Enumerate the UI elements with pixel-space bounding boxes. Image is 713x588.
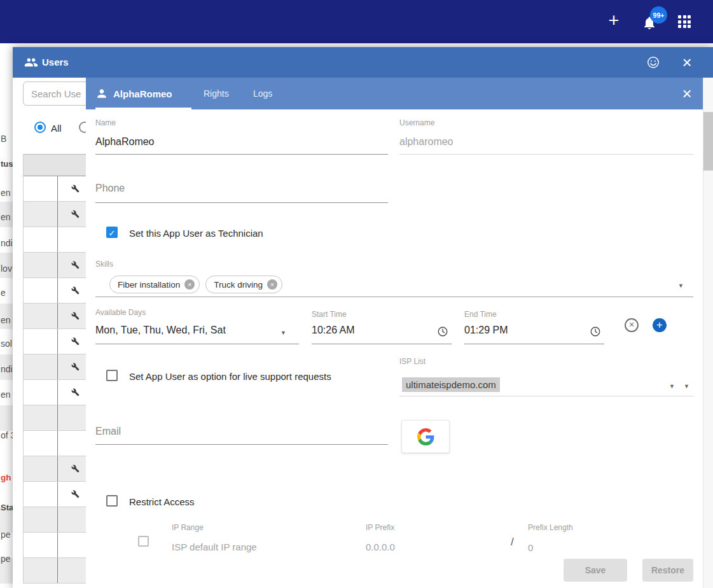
available-days-caret-icon[interactable]: ▼: [280, 330, 286, 336]
prefix-length-value: 0: [528, 542, 533, 553]
detail-close-icon[interactable]: ×: [679, 86, 695, 101]
add-icon[interactable]: +: [604, 11, 623, 30]
end-time-label: End Time: [464, 310, 497, 319]
users-table-row[interactable]: [24, 507, 93, 533]
ip-prefix-label: IP Prefix: [366, 523, 394, 532]
filter-all-radio[interactable]: [34, 122, 46, 133]
users-table-cell: [24, 507, 57, 532]
ip-range-checkbox[interactable]: [138, 536, 149, 547]
wrench-icon[interactable]: [71, 465, 80, 473]
users-table-row[interactable]: [24, 202, 93, 227]
person-icon: [95, 87, 108, 100]
wrench-icon[interactable]: [71, 261, 80, 269]
restrict-access-checkbox-label[interactable]: Restrict Access: [129, 496, 195, 507]
remove-availability-row-icon[interactable]: ×: [625, 318, 639, 332]
username-label: Username: [399, 118, 434, 127]
add-availability-row-icon[interactable]: +: [653, 318, 667, 332]
available-days-label: Available Days: [95, 308, 146, 317]
users-table-cell: [24, 329, 57, 354]
isp-list-select[interactable]: ultimateispdemo.com: [402, 377, 500, 392]
google-signin-button[interactable]: [401, 420, 450, 453]
wrench-icon[interactable]: [71, 490, 80, 498]
chip-remove-icon[interactable]: ×: [267, 279, 277, 290]
users-table-cell: [24, 354, 57, 379]
skill-chip[interactable]: Truck driving×: [205, 276, 282, 293]
app-screen: + 99+ Btusenenndiloveensolndienof 3ghSta…: [0, 0, 713, 588]
users-table-cell: [24, 431, 57, 456]
users-table-header: [24, 154, 93, 176]
skill-chip[interactable]: Fiber installation×: [109, 276, 200, 293]
wrench-icon[interactable]: [71, 312, 80, 320]
isp-list-caret-icon[interactable]: ▼: [669, 383, 675, 389]
users-modal-close-icon[interactable]: ×: [679, 55, 695, 70]
wrench-icon[interactable]: [71, 363, 80, 371]
users-table-row[interactable]: [24, 278, 93, 304]
email-input-underline[interactable]: [95, 444, 388, 445]
technician-checkbox[interactable]: ✓: [106, 227, 118, 238]
users-table-row[interactable]: [24, 533, 93, 558]
tab-alpharomeo[interactable]: AlphaRomeo: [95, 78, 172, 109]
background-text-fragment: en: [1, 188, 11, 198]
available-days-select[interactable]: Mon, Tue, Thu, Wed, Fri, Sat: [95, 325, 226, 336]
users-table-row[interactable]: [24, 558, 93, 584]
wrench-icon[interactable]: [71, 286, 80, 295]
users-table-row[interactable]: [24, 227, 93, 253]
background-text-fragment: e: [1, 288, 6, 298]
background-text-fragment: en: [1, 212, 11, 222]
save-button[interactable]: Save: [564, 559, 627, 582]
skills-underline: [95, 297, 693, 297]
users-table-row[interactable]: [24, 405, 93, 431]
background-text-fragment: pe: [1, 554, 11, 564]
live-support-checkbox-label[interactable]: Set App User as option for live support …: [129, 371, 331, 382]
start-time-input[interactable]: 10:26 AM: [312, 325, 355, 336]
wrench-icon[interactable]: [71, 185, 80, 193]
users-table-row[interactable]: [24, 304, 93, 329]
scrollbar-thumb[interactable]: [703, 112, 713, 171]
user-detail-panel: AlphaRomeo Rights Logs × Name AlphaRomeo…: [86, 78, 713, 588]
live-support-checkbox[interactable]: [106, 370, 118, 381]
wrench-icon[interactable]: [71, 337, 80, 346]
skills-caret-icon[interactable]: ▼: [678, 283, 684, 289]
restrict-access-checkbox[interactable]: [106, 495, 118, 507]
prefix-length-label: Prefix Length: [528, 523, 573, 532]
users-table-row[interactable]: [24, 431, 93, 456]
tab-rights-label: Rights: [204, 88, 229, 99]
chip-remove-icon[interactable]: ×: [184, 279, 195, 290]
background-text-fragment: lov: [1, 263, 12, 274]
technician-checkbox-label[interactable]: Set this App User as Technician: [129, 228, 263, 239]
tab-logs[interactable]: Logs: [253, 78, 272, 109]
ip-range-value: ISP default IP range: [172, 542, 257, 552]
start-time-underline: [312, 344, 452, 344]
users-table-row[interactable]: [24, 380, 93, 405]
end-time-clock-icon[interactable]: [590, 326, 601, 337]
tab-rights[interactable]: Rights: [204, 78, 229, 109]
isp-list-underline: [399, 396, 693, 396]
phone-input-underline[interactable]: [95, 202, 388, 203]
users-table-row[interactable]: [24, 354, 93, 380]
wrench-icon[interactable]: [71, 210, 80, 218]
name-input[interactable]: AlphaRomeo: [95, 136, 155, 148]
apps-grid-icon[interactable]: [678, 15, 691, 28]
background-text-fragment: pe: [1, 529, 11, 540]
feedback-smiley-icon[interactable]: [646, 55, 660, 69]
filter-all-label: All: [51, 123, 62, 134]
background-text-fragment: of 3: [1, 430, 13, 440]
start-time-label: Start Time: [312, 310, 347, 319]
users-table-row[interactable]: [24, 176, 93, 202]
background-text-fragment: ndi: [1, 364, 13, 374]
wrench-icon[interactable]: [71, 388, 80, 396]
users-table-cell: [24, 227, 57, 252]
skill-chip-label: Fiber installation: [118, 280, 180, 290]
background-text-fragment: tus: [1, 159, 13, 169]
scrollbar-track[interactable]: [703, 78, 713, 588]
users-table-row[interactable]: [24, 253, 93, 278]
isp-list-caret-icon-2[interactable]: ▼: [684, 383, 689, 389]
users-table-row[interactable]: [24, 482, 93, 507]
notification-count-badge: 99+: [650, 6, 667, 24]
start-time-clock-icon[interactable]: [437, 326, 448, 337]
background-text-fragment: en: [1, 389, 11, 400]
users-table-row[interactable]: [24, 456, 93, 482]
end-time-input[interactable]: 01:29 PM: [464, 325, 508, 336]
users-table-row[interactable]: [24, 329, 93, 354]
restore-button[interactable]: Restore: [642, 559, 693, 582]
